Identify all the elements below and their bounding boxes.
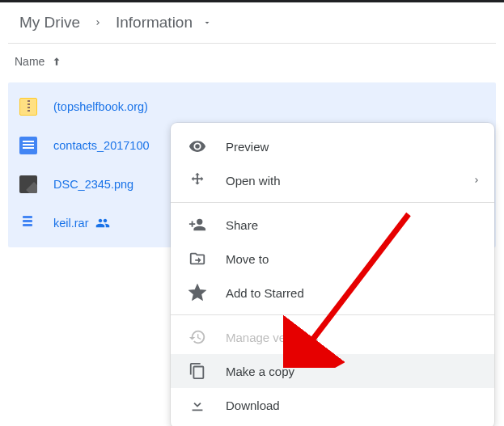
archive-icon bbox=[19, 98, 37, 116]
divider bbox=[171, 314, 494, 315]
file-name: contacts_2017100 bbox=[53, 139, 150, 152]
move-arrows-icon bbox=[187, 171, 208, 189]
person-add-icon bbox=[187, 216, 208, 234]
chevron-right-icon bbox=[472, 175, 481, 185]
menu-label: Move to bbox=[226, 252, 269, 266]
menu-download[interactable]: Download bbox=[171, 388, 494, 422]
chevron-right-icon bbox=[93, 18, 103, 27]
menu-label: Add to Starred bbox=[226, 286, 304, 300]
document-icon bbox=[19, 137, 37, 154]
column-header-label: Name bbox=[15, 55, 44, 68]
eye-icon bbox=[187, 137, 208, 155]
image-icon bbox=[19, 175, 37, 193]
menu-share[interactable]: Share bbox=[171, 208, 494, 242]
menu-manage-versions: Manage versions bbox=[171, 320, 494, 354]
column-header-name[interactable]: Name bbox=[0, 44, 504, 78]
file-name: keil.rar bbox=[53, 217, 89, 230]
breadcrumb-root[interactable]: My Drive bbox=[15, 11, 85, 35]
shared-icon bbox=[95, 216, 110, 230]
file-name: DSC_2345.png bbox=[53, 178, 133, 191]
menu-label: Preview bbox=[226, 140, 269, 154]
menu-open-with[interactable]: Open with bbox=[171, 163, 494, 197]
caret-down-icon[interactable] bbox=[202, 18, 212, 27]
file-name: (topshelfbook.org) bbox=[53, 100, 148, 113]
folder-move-icon bbox=[187, 250, 208, 268]
download-icon bbox=[187, 396, 208, 414]
history-icon bbox=[187, 328, 208, 346]
menu-label: Share bbox=[226, 218, 258, 232]
breadcrumb: My Drive Information bbox=[0, 2, 504, 43]
archive-icon bbox=[19, 214, 37, 232]
divider bbox=[171, 202, 494, 203]
copy-icon bbox=[187, 362, 208, 380]
menu-preview[interactable]: Preview bbox=[171, 129, 494, 163]
menu-label: Make a copy bbox=[226, 365, 294, 378]
menu-add-starred[interactable]: Add to Starred bbox=[171, 276, 494, 310]
menu-make-copy[interactable]: Make a copy bbox=[171, 354, 494, 388]
context-menu: Preview Open with Share Move to Add to S… bbox=[171, 123, 494, 426]
menu-move-to[interactable]: Move to bbox=[171, 242, 494, 276]
sort-up-icon bbox=[51, 56, 62, 67]
menu-label: Download bbox=[226, 399, 280, 412]
list-item[interactable]: (topshelfbook.org) bbox=[8, 87, 496, 126]
menu-label: Open with bbox=[226, 174, 281, 188]
menu-label: Manage versions bbox=[226, 331, 318, 344]
breadcrumb-current[interactable]: Information bbox=[111, 11, 197, 35]
star-icon bbox=[187, 284, 208, 302]
